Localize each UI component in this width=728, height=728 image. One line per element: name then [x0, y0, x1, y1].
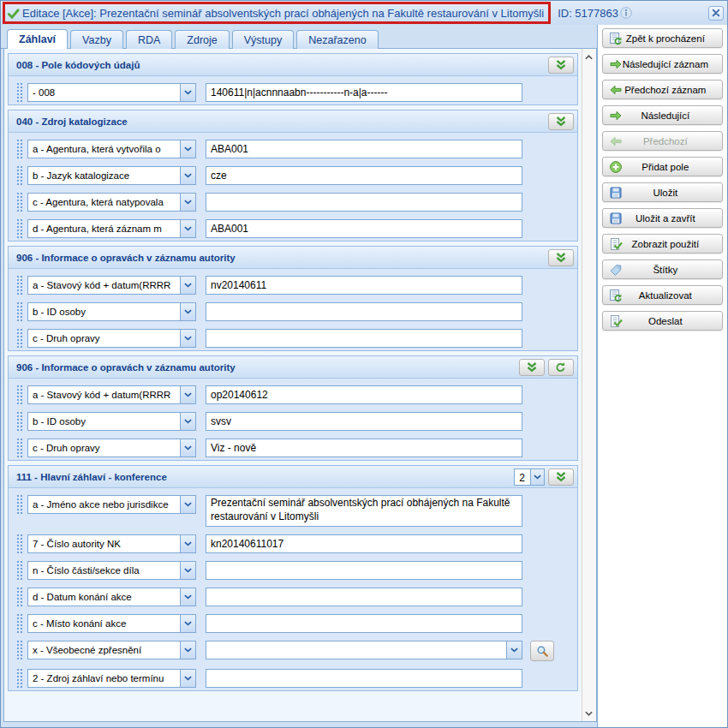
- tab-vystupy[interactable]: Výstupy: [232, 30, 294, 49]
- subfield-select[interactable]: c - Místo konání akce: [27, 614, 196, 633]
- drag-handle[interactable]: [17, 276, 22, 295]
- subfield-select[interactable]: c - Druh opravy: [27, 439, 196, 457]
- drag-handle[interactable]: [17, 614, 22, 633]
- scrollbar[interactable]: [582, 49, 596, 721]
- subfield-dropdown-trigger[interactable]: [180, 140, 195, 158]
- subfield-dropdown-trigger[interactable]: [180, 220, 195, 237]
- subfield-select[interactable]: x - Všeobecné zpřesnění: [27, 641, 196, 659]
- drag-handle[interactable]: [17, 219, 22, 238]
- sidebar-button-nasledujici-zaznam[interactable]: Následující záznam: [602, 54, 723, 74]
- subfield-value-input[interactable]: [206, 439, 522, 457]
- drag-handle[interactable]: [17, 166, 22, 185]
- subfield-dropdown-trigger[interactable]: [180, 194, 195, 211]
- subfield-select[interactable]: c - Agentura, která natypovala: [27, 193, 196, 212]
- subfield-value-input[interactable]: Prezentační seminář absolventských prací…: [206, 495, 522, 527]
- subfield-select[interactable]: a - Stavový kód + datum(RRRR: [27, 385, 196, 404]
- subfield-select[interactable]: 7 - Číslo autority NK: [27, 534, 196, 553]
- drag-handle[interactable]: [17, 439, 22, 457]
- subfield-dropdown-trigger[interactable]: [180, 588, 195, 606]
- sidebar-button-nasledujici[interactable]: Následující: [602, 105, 723, 125]
- subfield-value-input[interactable]: [206, 166, 522, 185]
- subfield-value-input[interactable]: [206, 412, 522, 431]
- collapse-section-button[interactable]: [548, 113, 574, 130]
- subfield-value-input[interactable]: [206, 83, 522, 102]
- subfield-value-input[interactable]: [206, 561, 522, 580]
- subfield-dropdown-trigger[interactable]: [180, 641, 195, 659]
- sidebar-button-zpet-k-prochazeni[interactable]: Zpět k procházení: [602, 28, 723, 48]
- drag-handle[interactable]: [17, 385, 22, 404]
- subfield-value-input[interactable]: [206, 534, 522, 553]
- subfield-dropdown-trigger[interactable]: [180, 330, 195, 347]
- subfield-dropdown-trigger[interactable]: [180, 562, 195, 579]
- subfield-value-input[interactable]: [206, 193, 522, 212]
- undo-field-button[interactable]: [548, 359, 574, 376]
- occurrence-dropdown-trigger[interactable]: [530, 469, 544, 485]
- sidebar-button-stitky[interactable]: Štítky: [602, 260, 723, 279]
- subfield-select[interactable]: b - Jazyk katalogizace: [27, 166, 196, 185]
- subfield-value-input[interactable]: [206, 588, 522, 606]
- sidebar-button-ulozit[interactable]: Uložit: [602, 182, 723, 202]
- subfield-value-input[interactable]: [206, 614, 522, 633]
- subfield-value-input[interactable]: [206, 276, 522, 295]
- subfield-dropdown-trigger[interactable]: [180, 277, 195, 294]
- collapse-section-button[interactable]: [548, 57, 574, 74]
- sidebar-button-odeslat[interactable]: Odeslat: [602, 311, 723, 331]
- tab-vazby[interactable]: Vazby: [70, 30, 123, 49]
- occurrence-select[interactable]: 2: [514, 468, 545, 486]
- subfield-dropdown-trigger[interactable]: [180, 615, 195, 632]
- drag-handle[interactable]: [17, 641, 22, 659]
- drag-handle[interactable]: [17, 534, 22, 553]
- tab-nezarazeno[interactable]: Nezařazeno: [296, 30, 378, 49]
- subfield-dropdown-trigger[interactable]: [180, 496, 195, 513]
- subfield-select[interactable]: n - Číslo části/sekce díla: [27, 561, 196, 580]
- sidebar-button-predchozi[interactable]: Předchozí: [602, 131, 723, 151]
- scroll-up-button[interactable]: [582, 51, 595, 63]
- subfield-select[interactable]: a - Agentura, která vytvořila o: [27, 140, 196, 158]
- search-button[interactable]: [530, 641, 554, 661]
- subfield-value-input[interactable]: [206, 302, 522, 321]
- subfield-select[interactable]: - 008: [27, 83, 196, 102]
- subfield-select[interactable]: b - ID osoby: [27, 302, 196, 321]
- subfield-value-input[interactable]: [206, 219, 522, 238]
- subfield-value-input[interactable]: [206, 669, 522, 688]
- tab-zdroje[interactable]: Zdroje: [175, 30, 229, 49]
- subfield-select[interactable]: a - Stavový kód + datum(RRRR: [27, 276, 196, 295]
- drag-handle[interactable]: [17, 302, 22, 321]
- close-button[interactable]: [708, 6, 724, 21]
- collapse-section-button[interactable]: [548, 249, 574, 266]
- tab-rda[interactable]: RDA: [126, 30, 172, 49]
- subfield-dropdown-trigger[interactable]: [180, 439, 195, 456]
- drag-handle[interactable]: [17, 588, 22, 606]
- subfield-select[interactable]: c - Druh opravy: [27, 329, 196, 348]
- subfield-select[interactable]: 2 - Zdroj záhlaví nebo termínu: [27, 669, 196, 688]
- drag-handle[interactable]: [17, 140, 22, 158]
- subfield-select[interactable]: b - ID osoby: [27, 412, 196, 431]
- subfield-dropdown-trigger[interactable]: [180, 84, 195, 101]
- subfield-value-input[interactable]: [206, 329, 522, 348]
- sidebar-button-aktualizovat[interactable]: Aktualizovat: [602, 285, 723, 305]
- drag-handle[interactable]: [17, 83, 22, 102]
- subfield-dropdown-trigger[interactable]: [180, 167, 195, 184]
- subfield-dropdown-trigger[interactable]: [180, 386, 195, 403]
- subfield-select[interactable]: a - Jméno akce nebo jurisdikce: [27, 495, 196, 514]
- sidebar-button-ulozit-a-zavrit[interactable]: Uložit a zavřít: [602, 208, 723, 228]
- subfield-dropdown-trigger[interactable]: [180, 535, 195, 552]
- subfield-value-input[interactable]: [206, 385, 522, 404]
- sidebar-button-pridat-pole[interactable]: Přidat pole: [602, 157, 723, 176]
- info-icon[interactable]: [620, 7, 632, 19]
- subfield-select[interactable]: d - Agentura, která záznam m: [27, 219, 196, 238]
- value-dropdown-trigger[interactable]: [506, 641, 522, 659]
- drag-handle[interactable]: [17, 561, 22, 580]
- subfield-select[interactable]: d - Datum konání akce: [27, 588, 196, 606]
- drag-handle[interactable]: [17, 412, 22, 431]
- subfield-dropdown-trigger[interactable]: [180, 413, 195, 430]
- drag-handle[interactable]: [17, 193, 22, 212]
- collapse-section-button[interactable]: [548, 468, 574, 486]
- drag-handle[interactable]: [17, 495, 22, 514]
- drag-handle[interactable]: [17, 669, 22, 688]
- drag-handle[interactable]: [17, 329, 22, 348]
- subfield-dropdown-trigger[interactable]: [180, 670, 195, 687]
- subfield-dropdown-trigger[interactable]: [180, 303, 195, 320]
- tab-zahlavi[interactable]: Záhlaví: [7, 29, 68, 49]
- sidebar-button-zobrazit-pouziti[interactable]: Zobrazit použití: [602, 234, 723, 254]
